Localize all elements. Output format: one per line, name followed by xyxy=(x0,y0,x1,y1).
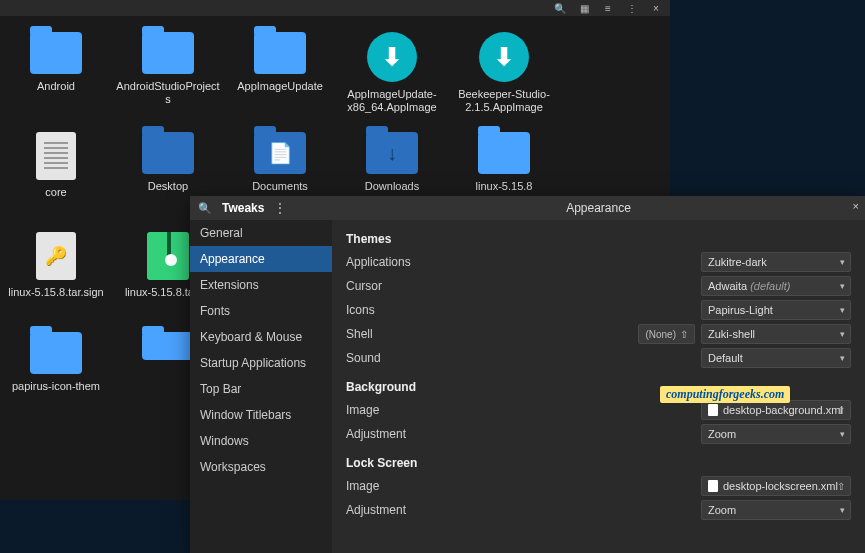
sidebar-item-keyboard-mouse[interactable]: Keyboard & Mouse xyxy=(190,324,332,350)
lockscreen-image-chooser[interactable]: desktop-lockscreen.xml ⇧ xyxy=(701,476,851,496)
search-icon[interactable]: 🔍 xyxy=(198,202,212,215)
close-icon[interactable]: × xyxy=(853,200,859,212)
view-grid-icon[interactable]: ▦ xyxy=(576,2,592,14)
row-label: Sound xyxy=(346,351,381,365)
applications-combo[interactable]: Zukitre-dark xyxy=(701,252,851,272)
file-item[interactable]: ⬇AppImageUpdate-x86_64.AppImage xyxy=(336,26,448,126)
folder-icon: 📄 xyxy=(254,132,306,174)
theme-row-applications: ApplicationsZukitre-dark xyxy=(346,250,851,274)
file-label: core xyxy=(43,186,68,199)
folder-icon: ↓ xyxy=(366,132,418,174)
sidebar-item-extensions[interactable]: Extensions xyxy=(190,272,332,298)
file-label: AppImageUpdate-x86_64.AppImage xyxy=(336,88,448,113)
folder-icon xyxy=(478,132,530,174)
folder-icon xyxy=(30,32,82,74)
archive-icon xyxy=(147,232,189,280)
background-adjustment-row: Adjustment Zoom xyxy=(346,422,851,446)
folder-icon xyxy=(254,32,306,74)
lockscreen-adjustment-row: Adjustment Zoom xyxy=(346,498,851,522)
tweaks-sidebar: GeneralAppearanceExtensionsFontsKeyboard… xyxy=(190,220,332,553)
sidebar-item-fonts[interactable]: Fonts xyxy=(190,298,332,324)
upload-icon: ⇧ xyxy=(680,329,688,340)
file-label: papirus-icon-them xyxy=(10,380,102,393)
file-item[interactable]: papirus-icon-them xyxy=(0,326,112,426)
panel-title: Appearance xyxy=(332,201,865,215)
file-label: AppImageUpdate xyxy=(235,80,325,93)
file-label: Android xyxy=(35,80,77,93)
appimage-icon: ⬇ xyxy=(367,32,417,82)
file-item[interactable]: core xyxy=(0,126,112,226)
lockscreen-image-row: Image desktop-lockscreen.xml ⇧ xyxy=(346,474,851,498)
upload-icon: ⇧ xyxy=(837,481,845,492)
row-label: Image xyxy=(346,403,379,417)
watermark: computingforgeeks.com xyxy=(660,386,790,403)
folder-icon xyxy=(142,332,194,360)
search-icon[interactable]: 🔍 xyxy=(552,2,568,14)
sidebar-item-top-bar[interactable]: Top Bar xyxy=(190,376,332,402)
upload-icon: ⇧ xyxy=(837,405,845,416)
shell-none-button[interactable]: (None) ⇧ xyxy=(638,324,695,344)
file-item[interactable]: AppImageUpdate xyxy=(224,26,336,126)
text-file-icon xyxy=(36,132,76,180)
theme-row-cursor: CursorAdwaita (default) xyxy=(346,274,851,298)
background-adjustment-combo[interactable]: Zoom xyxy=(701,424,851,444)
sidebar-item-workspaces[interactable]: Workspaces xyxy=(190,454,332,480)
background-image-chooser[interactable]: desktop-background.xml ⇧ xyxy=(701,400,851,420)
file-label: Documents xyxy=(250,180,310,193)
hamburger-icon[interactable]: ⋮ xyxy=(624,2,640,14)
file-icon xyxy=(708,480,718,492)
file-item[interactable]: ⬇Beekeeper-Studio-2.1.5.AppImage xyxy=(448,26,560,126)
file-label: Desktop xyxy=(146,180,190,193)
row-label: Applications xyxy=(346,255,411,269)
sidebar-item-startup-applications[interactable]: Startup Applications xyxy=(190,350,332,376)
view-list-icon[interactable]: ≡ xyxy=(600,2,616,14)
theme-row-shell: Shell(None) ⇧Zuki-shell xyxy=(346,322,851,346)
row-label: Cursor xyxy=(346,279,382,293)
row-label: Adjustment xyxy=(346,503,406,517)
close-icon[interactable]: × xyxy=(648,2,664,14)
sidebar-item-general[interactable]: General xyxy=(190,220,332,246)
folder-icon xyxy=(142,132,194,174)
row-label: Icons xyxy=(346,303,375,317)
theme-row-sound: SoundDefault xyxy=(346,346,851,370)
file-label: linux-5.15.8.tar.sign xyxy=(6,286,105,299)
icons-combo[interactable]: Papirus-Light xyxy=(701,300,851,320)
cursor-combo[interactable]: Adwaita (default) xyxy=(701,276,851,296)
sidebar-item-window-titlebars[interactable]: Window Titlebars xyxy=(190,402,332,428)
file-manager-toolbar: 🔍 ▦ ≡ ⋮ × xyxy=(0,0,670,16)
sidebar-item-windows[interactable]: Windows xyxy=(190,428,332,454)
tweaks-titlebar: 🔍 Tweaks ⋮ Appearance × xyxy=(190,196,865,220)
file-item[interactable]: AndroidStudioProjects xyxy=(112,26,224,126)
file-label: Downloads xyxy=(363,180,421,193)
row-label: Adjustment xyxy=(346,427,406,441)
sound-combo[interactable]: Default xyxy=(701,348,851,368)
file-item[interactable]: 🔑linux-5.15.8.tar.sign xyxy=(0,226,112,326)
tweaks-window: 🔍 Tweaks ⋮ Appearance × GeneralAppearanc… xyxy=(190,196,865,553)
menu-icon[interactable]: ⋮ xyxy=(274,201,286,215)
lockscreen-adjustment-combo[interactable]: Zoom xyxy=(701,500,851,520)
window-title: Tweaks xyxy=(222,201,264,215)
file-item[interactable]: Android xyxy=(0,26,112,126)
row-label: Image xyxy=(346,479,379,493)
sidebar-item-appearance[interactable]: Appearance xyxy=(190,246,332,272)
theme-row-icons: IconsPapirus-Light xyxy=(346,298,851,322)
section-lockscreen: Lock Screen xyxy=(346,456,851,470)
file-label: Beekeeper-Studio-2.1.5.AppImage xyxy=(448,88,560,113)
file-label: linux-5.15.8 xyxy=(474,180,535,193)
shell-combo[interactable]: Zuki-shell xyxy=(701,324,851,344)
signature-file-icon: 🔑 xyxy=(36,232,76,280)
appimage-icon: ⬇ xyxy=(479,32,529,82)
file-label: AndroidStudioProjects xyxy=(112,80,224,105)
file-icon xyxy=(708,404,718,416)
section-themes: Themes xyxy=(346,232,851,246)
folder-icon xyxy=(30,332,82,374)
folder-icon xyxy=(142,32,194,74)
row-label: Shell xyxy=(346,327,373,341)
